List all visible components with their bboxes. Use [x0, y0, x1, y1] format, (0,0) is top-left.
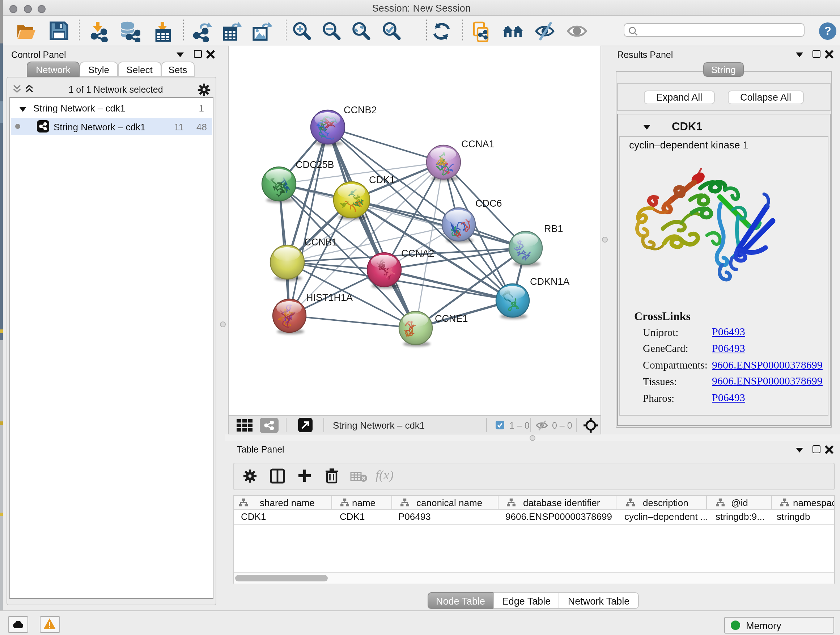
svg-text:CCNA2: CCNA2 — [401, 248, 434, 259]
svg-text:RB1: RB1 — [544, 223, 563, 234]
svg-text:CCNA1: CCNA1 — [461, 139, 494, 149]
svg-text:HIST1H1A: HIST1H1A — [306, 292, 353, 303]
svg-text:CDK1: CDK1 — [369, 174, 395, 185]
svg-text:CCNB2: CCNB2 — [344, 105, 377, 116]
svg-text:CDC25B: CDC25B — [295, 159, 334, 170]
svg-text:CDC6: CDC6 — [475, 198, 502, 209]
svg-text:CCNE1: CCNE1 — [435, 313, 468, 324]
svg-text:CDKN1A: CDKN1A — [530, 276, 570, 287]
svg-text:CCNB1: CCNB1 — [304, 237, 338, 248]
